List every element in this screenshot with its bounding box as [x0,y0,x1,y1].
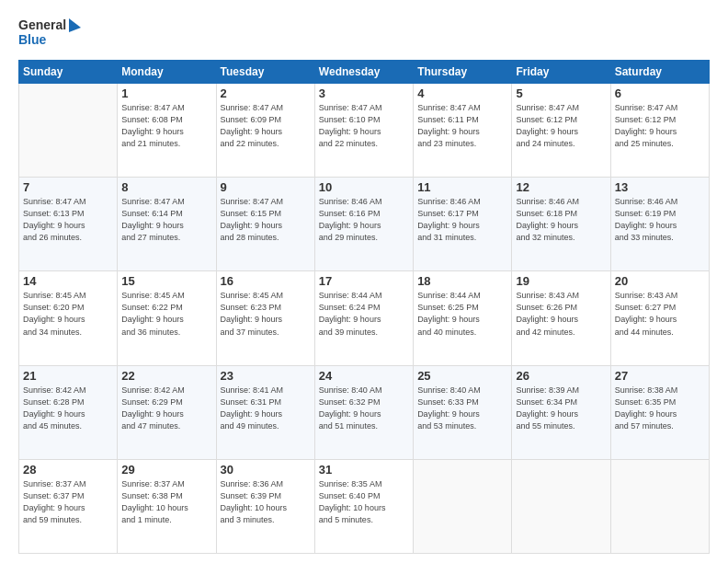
day-cell: 28Sunrise: 8:37 AMSunset: 6:37 PMDayligh… [19,459,118,553]
day-cell: 14Sunrise: 8:45 AMSunset: 6:20 PMDayligh… [19,271,118,365]
week-row-3: 14Sunrise: 8:45 AMSunset: 6:20 PMDayligh… [19,271,710,365]
day-info: Sunrise: 8:45 AMSunset: 6:20 PMDaylight:… [23,290,113,338]
day-number: 24 [319,369,409,383]
calendar-table: SundayMondayTuesdayWednesdayThursdayFrid… [18,60,710,554]
day-info: Sunrise: 8:46 AMSunset: 6:16 PMDaylight:… [319,196,409,244]
day-info: Sunrise: 8:47 AMSunset: 6:12 PMDaylight:… [516,102,606,150]
day-cell: 24Sunrise: 8:40 AMSunset: 6:32 PMDayligh… [314,365,413,459]
day-cell [512,459,610,553]
day-number: 26 [516,369,606,383]
day-cell: 13Sunrise: 8:46 AMSunset: 6:19 PMDayligh… [610,178,709,271]
day-cell: 4Sunrise: 8:47 AMSunset: 6:11 PMDaylight… [414,84,512,178]
day-number: 21 [23,369,113,383]
day-number: 6 [615,86,705,100]
day-cell: 10Sunrise: 8:46 AMSunset: 6:16 PMDayligh… [314,178,413,271]
day-cell: 31Sunrise: 8:35 AMSunset: 6:40 PMDayligh… [314,459,413,553]
day-number: 12 [516,180,606,194]
week-row-4: 21Sunrise: 8:42 AMSunset: 6:28 PMDayligh… [19,365,710,459]
day-info: Sunrise: 8:37 AMSunset: 6:38 PMDaylight:… [121,478,211,526]
day-number: 9 [221,180,311,194]
day-number: 15 [121,274,211,288]
day-info: Sunrise: 8:35 AMSunset: 6:40 PMDaylight:… [319,478,409,526]
day-number: 20 [615,274,705,288]
svg-text:Blue: Blue [18,32,47,47]
day-info: Sunrise: 8:43 AMSunset: 6:27 PMDaylight:… [615,290,705,338]
day-number: 14 [23,274,113,288]
day-info: Sunrise: 8:40 AMSunset: 6:33 PMDaylight:… [417,385,507,432]
day-cell: 27Sunrise: 8:38 AMSunset: 6:35 PMDayligh… [610,365,709,459]
day-number: 17 [319,274,409,288]
day-number: 28 [23,463,113,477]
day-cell [610,459,709,553]
day-info: Sunrise: 8:47 AMSunset: 6:12 PMDaylight:… [615,102,705,150]
day-cell: 9Sunrise: 8:47 AMSunset: 6:15 PMDaylight… [216,178,314,271]
day-number: 1 [121,86,211,100]
day-info: Sunrise: 8:47 AMSunset: 6:13 PMDaylight:… [23,196,113,244]
day-cell: 2Sunrise: 8:47 AMSunset: 6:09 PMDaylight… [216,84,314,178]
day-number: 11 [417,180,507,194]
day-number: 29 [121,463,211,477]
day-number: 13 [615,180,705,194]
day-cell: 16Sunrise: 8:45 AMSunset: 6:23 PMDayligh… [216,271,314,365]
weekday-header-sunday: Sunday [19,61,118,84]
day-info: Sunrise: 8:47 AMSunset: 6:14 PMDaylight:… [121,196,211,244]
day-info: Sunrise: 8:46 AMSunset: 6:18 PMDaylight:… [516,196,606,244]
weekday-header-tuesday: Tuesday [216,61,314,84]
weekday-header-saturday: Saturday [610,61,709,84]
day-info: Sunrise: 8:42 AMSunset: 6:28 PMDaylight:… [23,385,113,432]
day-number: 25 [417,369,507,383]
weekday-header-friday: Friday [512,61,610,84]
day-number: 5 [516,86,606,100]
day-info: Sunrise: 8:46 AMSunset: 6:19 PMDaylight:… [615,196,705,244]
day-number: 3 [319,86,409,100]
calendar-page: GeneralBlue SundayMondayTuesdayWednesday… [0,0,728,563]
day-number: 19 [516,274,606,288]
day-cell: 7Sunrise: 8:47 AMSunset: 6:13 PMDaylight… [19,178,118,271]
day-number: 2 [221,86,311,100]
page-header: GeneralBlue [18,14,710,51]
day-info: Sunrise: 8:47 AMSunset: 6:10 PMDaylight:… [319,102,409,150]
weekday-header-row: SundayMondayTuesdayWednesdayThursdayFrid… [19,61,710,84]
day-info: Sunrise: 8:44 AMSunset: 6:24 PMDaylight:… [319,290,409,338]
day-info: Sunrise: 8:47 AMSunset: 6:09 PMDaylight:… [221,102,311,150]
day-info: Sunrise: 8:42 AMSunset: 6:29 PMDaylight:… [121,385,211,432]
day-info: Sunrise: 8:40 AMSunset: 6:32 PMDaylight:… [319,385,409,432]
day-info: Sunrise: 8:37 AMSunset: 6:37 PMDaylight:… [23,478,113,526]
day-number: 10 [319,180,409,194]
day-cell [414,459,512,553]
day-cell: 22Sunrise: 8:42 AMSunset: 6:29 PMDayligh… [118,365,216,459]
weekday-header-monday: Monday [118,61,216,84]
day-cell: 26Sunrise: 8:39 AMSunset: 6:34 PMDayligh… [512,365,610,459]
day-number: 30 [221,463,311,477]
day-cell: 19Sunrise: 8:43 AMSunset: 6:26 PMDayligh… [512,271,610,365]
day-cell [19,84,118,178]
day-info: Sunrise: 8:47 AMSunset: 6:11 PMDaylight:… [417,102,507,150]
day-cell: 3Sunrise: 8:47 AMSunset: 6:10 PMDaylight… [314,84,413,178]
logo: GeneralBlue [18,14,83,51]
day-info: Sunrise: 8:46 AMSunset: 6:17 PMDaylight:… [417,196,507,244]
day-number: 18 [417,274,507,288]
day-cell: 23Sunrise: 8:41 AMSunset: 6:31 PMDayligh… [216,365,314,459]
day-cell: 30Sunrise: 8:36 AMSunset: 6:39 PMDayligh… [216,459,314,553]
day-number: 7 [23,180,113,194]
day-info: Sunrise: 8:44 AMSunset: 6:25 PMDaylight:… [417,290,507,338]
week-row-1: 1Sunrise: 8:47 AMSunset: 6:08 PMDaylight… [19,84,710,178]
week-row-2: 7Sunrise: 8:47 AMSunset: 6:13 PMDaylight… [19,178,710,271]
day-info: Sunrise: 8:47 AMSunset: 6:15 PMDaylight:… [221,196,311,244]
day-cell: 8Sunrise: 8:47 AMSunset: 6:14 PMDaylight… [118,178,216,271]
weekday-header-thursday: Thursday [414,61,512,84]
day-cell: 11Sunrise: 8:46 AMSunset: 6:17 PMDayligh… [414,178,512,271]
weekday-header-wednesday: Wednesday [314,61,413,84]
svg-text:General: General [18,17,66,32]
day-number: 22 [121,369,211,383]
day-number: 16 [221,274,311,288]
day-cell: 15Sunrise: 8:45 AMSunset: 6:22 PMDayligh… [118,271,216,365]
day-info: Sunrise: 8:39 AMSunset: 6:34 PMDaylight:… [516,385,606,432]
day-cell: 17Sunrise: 8:44 AMSunset: 6:24 PMDayligh… [314,271,413,365]
logo-svg: GeneralBlue [18,14,83,51]
day-cell: 6Sunrise: 8:47 AMSunset: 6:12 PMDaylight… [610,84,709,178]
day-number: 31 [319,463,409,477]
day-number: 8 [121,180,211,194]
day-number: 27 [615,369,705,383]
week-row-5: 28Sunrise: 8:37 AMSunset: 6:37 PMDayligh… [19,459,710,553]
